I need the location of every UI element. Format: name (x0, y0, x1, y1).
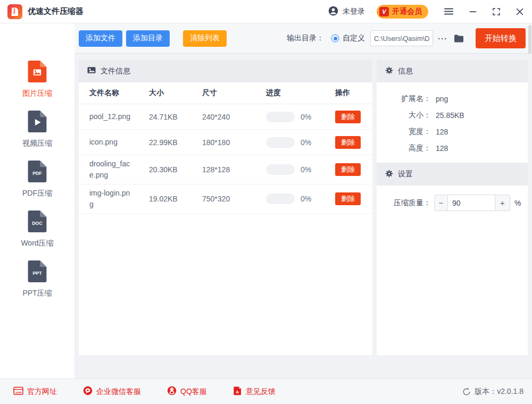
word-compress-icon: DOC (28, 211, 47, 234)
quality-stepper: − + (434, 195, 510, 211)
version-text: 版本：v2.0.1.8 (475, 387, 523, 397)
sidebar-item-pdf-compress[interactable]: PDF PDF压缩 (22, 161, 52, 198)
delete-button[interactable]: 删除 (335, 192, 361, 205)
footer-link-website[interactable]: .com 官方网址 (10, 386, 57, 397)
percent-sign: % (514, 199, 521, 207)
quality-input[interactable] (448, 195, 495, 211)
clear-list-button[interactable]: 清除列表 (183, 30, 227, 47)
info-panel-header: 信息 (377, 60, 528, 82)
table-row: drooling_face.png 20.30KB 128*128 0% 删除 (79, 155, 372, 184)
file-dims: 128*128 (202, 165, 266, 174)
size-value: 25.85KB (436, 111, 464, 120)
minimize-icon[interactable] (469, 8, 477, 15)
file-dims: 240*240 (202, 113, 266, 121)
file-panel-header: 文件信息 (79, 60, 372, 82)
file-name: img-login.png (89, 184, 149, 213)
table-header: 文件名称 大小 尺寸 进度 操作 (79, 82, 372, 104)
svg-text:PPT: PPT (33, 271, 43, 276)
file-size: 19.02KB (149, 195, 202, 203)
width-value: 128 (436, 128, 448, 136)
login-status: 未登录 (343, 7, 365, 16)
progress-value: 0% (301, 165, 311, 174)
gear-icon (385, 66, 393, 76)
table-row: pool_12.png 24.71KB 240*240 0% 删除 (79, 104, 372, 130)
svg-text:DOC: DOC (32, 221, 43, 226)
footer-link-feedback[interactable]: A 意见反馈 (229, 386, 276, 397)
footer-link-qq-service[interactable]: QQ客服 (163, 386, 207, 397)
add-file-button[interactable]: 添加文件 (79, 30, 122, 47)
file-size: 22.99KB (149, 138, 202, 147)
version-info: 版本：v2.0.1.8 (462, 387, 523, 397)
progress-bar (266, 112, 295, 122)
quality-minus-button[interactable]: − (435, 195, 448, 211)
close-icon[interactable] (516, 8, 523, 15)
info-field: 高度： 128 (377, 140, 528, 156)
sidebar-item-image-compress[interactable]: 图片压缩 (22, 61, 52, 98)
feedback-icon: A (233, 386, 242, 397)
custom-radio[interactable] (331, 35, 339, 42)
file-list-panel: 文件信息 文件名称 大小 尺寸 进度 操作 pool_12.png 24.71K… (79, 60, 372, 355)
file-dims: 180*180 (202, 138, 266, 147)
website-icon: .com (13, 386, 23, 397)
sidebar-item-ppt-compress[interactable]: PPT PPT压缩 (22, 260, 52, 298)
svg-text:.com: .com (15, 390, 21, 393)
sidebar: 图片压缩 视频压缩 PDF PDF压缩 DOC Word压缩 (0, 23, 74, 378)
table-row: img-login.png 19.02KB 750*320 0% 删除 (79, 184, 372, 214)
ppt-compress-icon: PPT (28, 260, 47, 284)
progress-bar (266, 164, 295, 175)
file-dims: 750*320 (202, 195, 266, 203)
file-name: icon.png (89, 133, 149, 151)
file-name: drooling_face.png (89, 155, 149, 184)
browse-more-button[interactable]: ··· (438, 34, 447, 43)
delete-button[interactable]: 删除 (335, 136, 361, 149)
title-bar: 优速文件压缩器 未登录 V 开通会员 (0, 0, 532, 23)
footer-bar: .com 官方网址 企业微信客服 QQ客服 A 意见反馈 版本：v2.0.1.8 (0, 378, 532, 404)
file-size: 24.71KB (149, 113, 202, 121)
sidebar-item-word-compress[interactable]: DOC Word压缩 (21, 211, 53, 248)
settings-panel-header: 设置 (377, 163, 528, 186)
file-name: pool_12.png (89, 108, 149, 125)
progress-value: 0% (301, 195, 311, 203)
progress-bar (266, 137, 295, 148)
image-compress-icon (28, 61, 47, 84)
qq-service-icon (167, 386, 177, 397)
quality-plus-button[interactable]: + (495, 195, 510, 211)
delete-button[interactable]: 删除 (335, 111, 361, 123)
progress-bar (266, 193, 295, 204)
height-value: 128 (436, 144, 448, 153)
info-field: 扩展名： png (377, 90, 528, 107)
svg-text:A: A (236, 390, 239, 394)
sidebar-item-video-compress[interactable]: 视频压缩 (22, 111, 52, 148)
vip-icon: V (379, 7, 389, 16)
output-path-input[interactable] (370, 30, 433, 46)
maximize-icon[interactable] (493, 8, 500, 15)
svg-text:PDF: PDF (32, 171, 41, 176)
user-avatar-icon (328, 6, 338, 18)
table-row: icon.png 22.99KB 180*180 0% 删除 (79, 130, 372, 155)
check-update-icon[interactable] (462, 388, 471, 396)
add-directory-button[interactable]: 添加目录 (126, 30, 170, 47)
toolbar: 添加文件 添加目录 清除列表 输出目录： 自定义 ··· 开始转换 (74, 23, 532, 54)
menu-icon[interactable] (444, 7, 453, 15)
progress-value: 0% (301, 138, 311, 147)
output-dir-label: 输出目录： (287, 33, 324, 43)
open-vip-button[interactable]: V 开通会员 (377, 5, 428, 19)
footer-link-wechat-service[interactable]: 企业微信客服 (79, 386, 141, 397)
delete-button[interactable]: 删除 (335, 163, 361, 176)
info-settings-panel: 信息 扩展名： png 大小： 25.85KB 宽度： 1 (377, 60, 528, 355)
login-area[interactable]: 未登录 (328, 6, 365, 18)
open-folder-icon[interactable] (454, 34, 464, 43)
progress-value: 0% (301, 113, 311, 121)
quality-label: 压缩质量： (377, 198, 431, 208)
scrollbar-thumb[interactable] (528, 25, 531, 54)
app-title: 优速文件压缩器 (28, 6, 84, 16)
pdf-compress-icon: PDF (28, 161, 47, 184)
file-size: 20.30KB (149, 165, 202, 174)
extension-value: png (436, 95, 448, 103)
image-file-icon (87, 66, 96, 76)
info-field: 大小： 25.85KB (377, 107, 528, 123)
video-compress-icon (28, 111, 47, 134)
start-convert-button[interactable]: 开始转换 (476, 28, 526, 48)
gear-icon (385, 170, 393, 179)
info-field: 宽度： 128 (377, 123, 528, 140)
